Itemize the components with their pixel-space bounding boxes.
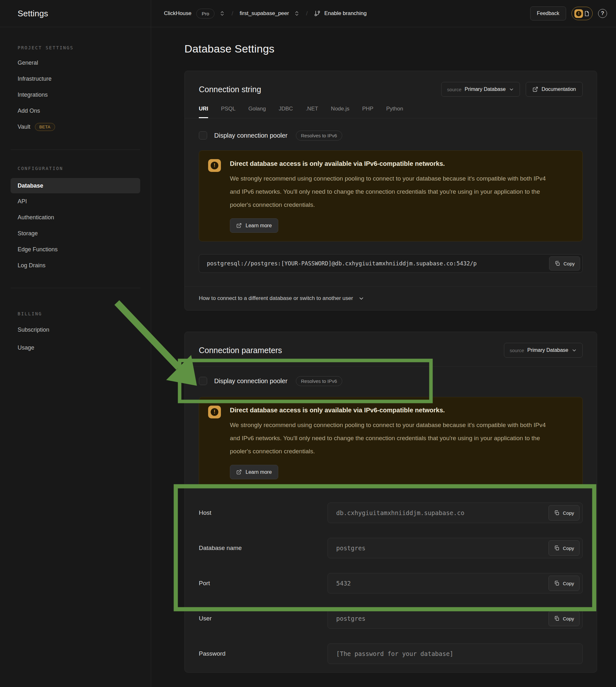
enable-branching-button[interactable]: Enable branching [314,10,367,17]
sidebar-item-api[interactable]: API [10,193,140,209]
sidebar-nav: PROJECT SETTINGS General Infrastructure … [0,45,151,357]
connection-string-value: postgresql://postgres:[YOUR-PASSWORD]@db… [207,260,477,267]
tab-golang[interactable]: Golang [248,104,266,118]
git-branch-icon [314,10,321,17]
password-label: Password [199,650,328,657]
chevron-down-icon [572,348,577,353]
sidebar-item-integrations[interactable]: Integrations [10,87,140,103]
tab-jdbc[interactable]: JDBC [279,104,293,118]
copy-button[interactable]: Copy [548,611,579,626]
tab-php[interactable]: PHP [362,104,373,118]
warning-body: We strongly recommend using connection p… [230,418,555,458]
source-label: source [510,348,524,353]
connection-string-tabs: URI PSQL Golang JDBC .NET Node.js PHP Py… [185,104,597,118]
pooler-label: Display connection pooler [214,377,287,385]
ipv6-warning-banner: ! Direct database access is only availab… [199,397,583,488]
alert-icon: ! [208,159,221,172]
sidebar-item-log-drains[interactable]: Log Drains [10,258,140,273]
document-icon [584,10,590,17]
sidebar-item-vault[interactable]: Vault BETA [10,119,140,135]
source-select[interactable]: source Primary Database [504,343,583,358]
host-value: db.cxhygiuitamxhniiddjm.supabase.co [336,509,464,516]
plan-badge[interactable]: Pro [196,9,215,19]
branch-switcher-chevron-up-down-icon[interactable] [294,10,300,16]
source-label: source [447,87,461,92]
sidebar-title: Settings [18,9,48,19]
feedback-button[interactable]: Feedback [530,6,566,21]
copy-button[interactable]: Copy [548,540,579,556]
connection-parameters-title: Connection parameters [199,346,282,355]
chevron-down-icon [358,295,364,302]
database-name-field[interactable]: postgres Copy [328,538,583,558]
copy-icon [554,580,560,586]
tab-uri[interactable]: URI [199,104,208,118]
alert-icon: ! [208,406,221,418]
source-value: Primary Database [465,86,506,92]
sidebar-item-storage[interactable]: Storage [10,225,140,241]
documentation-button[interactable]: Documentation [526,82,583,97]
learn-more-button[interactable]: Learn more [230,218,278,233]
project-switcher-chevron-up-down-icon[interactable] [219,10,225,16]
copy-icon [554,510,560,516]
breadcrumb-separator: / [230,10,235,17]
sidebar-item-edge-functions[interactable]: Edge Functions [10,241,140,258]
resolves-to-ipv6-badge: Resolves to IPv6 [296,376,342,386]
port-value: 5432 [336,580,351,587]
ipv6-warning-banner: ! Direct database access is only availab… [199,151,583,241]
copy-icon [554,616,560,621]
breadcrumb-project[interactable]: ClickHouse [164,10,192,17]
display-connection-pooler-checkbox[interactable] [199,131,207,139]
password-field[interactable]: [The password for your database] [328,643,583,664]
section-heading-project-settings: PROJECT SETTINGS [10,45,140,50]
param-row-password: Password [The password for your database… [199,643,583,664]
section-heading-billing: BILLING [10,311,140,316]
user-label: User [199,615,328,622]
external-link-icon [236,223,242,228]
host-field[interactable]: db.cxhygiuitamxhniiddjm.supabase.co Copy [328,503,583,523]
notification-alert-icon: ! [574,9,583,18]
sidebar-divider [10,288,140,288]
main-area: ClickHouse Pro / first_supabase_peer / E… [151,0,616,687]
sidebar-item-add-ons[interactable]: Add Ons [10,103,140,119]
copy-button[interactable]: Copy [548,576,579,591]
account-avatar[interactable]: ! [572,7,593,20]
external-link-icon [532,86,538,92]
settings-sidebar: Settings PROJECT SETTINGS General Infras… [0,0,151,687]
sidebar-item-subscription[interactable]: Subscription [10,321,140,339]
tab-psql[interactable]: PSQL [221,104,235,118]
database-name-label: Database name [199,545,328,552]
source-value: Primary Database [527,347,568,353]
port-field[interactable]: 5432 Copy [328,573,583,594]
copy-button[interactable]: Copy [549,257,580,270]
database-name-value: postgres [336,545,366,552]
sidebar-item-database[interactable]: Database [10,178,140,193]
sidebar-item-usage[interactable]: Usage [10,339,140,357]
connection-string-input[interactable]: postgresql://postgres:[YOUR-PASSWORD]@db… [199,254,583,273]
sidebar-item-authentication[interactable]: Authentication [10,209,140,225]
sidebar-divider [10,150,140,150]
user-field[interactable]: postgres Copy [328,608,583,629]
tab-python[interactable]: Python [386,104,403,118]
param-row-user: User postgres Copy [199,608,583,629]
connection-parameters-card: Connection parameters source Primary Dat… [184,332,597,672]
how-to-connect-link[interactable]: How to connect to a different database o… [199,295,353,302]
connection-string-footer[interactable]: How to connect to a different database o… [185,286,597,310]
sidebar-item-general[interactable]: General [10,55,140,71]
sidebar-item-infrastructure[interactable]: Infrastructure [10,71,140,87]
password-placeholder: [The password for your database] [336,650,453,657]
warning-title: Direct database access is only available… [230,159,555,168]
breadcrumb-branch[interactable]: first_supabase_peer [240,10,289,17]
copy-button[interactable]: Copy [548,505,579,520]
tab-nodejs[interactable]: Node.js [331,104,350,118]
sidebar-header: Settings [0,0,151,27]
pooler-label: Display connection pooler [214,132,287,139]
help-icon[interactable]: ? [598,9,607,18]
source-select[interactable]: source Primary Database [441,82,520,97]
tab-dotnet[interactable]: .NET [306,104,318,118]
resolves-to-ipv6-badge: Resolves to IPv6 [296,131,342,140]
learn-more-button[interactable]: Learn more [230,465,278,479]
breadcrumb-separator: / [305,10,309,17]
beta-badge: BETA [35,123,55,131]
warning-title: Direct database access is only available… [230,406,555,415]
display-connection-pooler-checkbox[interactable] [199,377,207,385]
